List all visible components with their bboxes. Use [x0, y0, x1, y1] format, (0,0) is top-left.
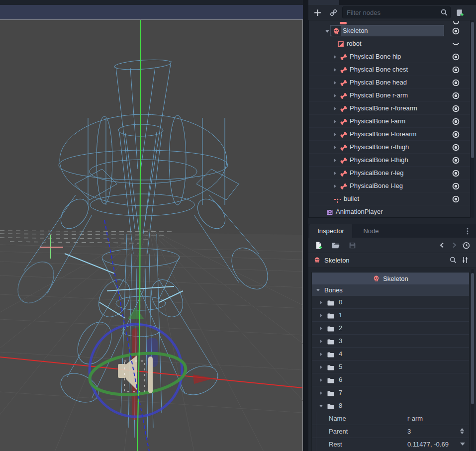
bone-row-7[interactable]: 7: [312, 386, 469, 399]
bone-row-2[interactable]: 2: [312, 322, 469, 335]
visibility-toggle[interactable]: [452, 104, 460, 113]
bone-index: 0: [339, 298, 342, 306]
visibility-toggle[interactable]: [452, 117, 460, 126]
tree-row-bone-l-thigh[interactable]: PhysicalBone l-thigh: [309, 154, 470, 167]
page-add-icon: [316, 242, 322, 249]
tree-row-bullet[interactable]: bullet: [309, 192, 470, 205]
tree-row-bone-r-leg[interactable]: PhysicalBone r-leg: [309, 167, 470, 180]
save-resource-button[interactable]: [346, 239, 358, 251]
object-history-button[interactable]: [460, 239, 472, 251]
dock-menu-button[interactable]: [464, 227, 472, 235]
tree-row-bone-r-forearm[interactable]: PhysicalBone r-forearm: [309, 102, 470, 115]
skull-icon: [373, 275, 380, 282]
property-value-name[interactable]: r-arm: [407, 415, 423, 422]
expand-arrow-icon: [318, 311, 324, 319]
collapse-arrow-icon: [315, 287, 321, 293]
bone-row-0[interactable]: 0: [312, 296, 469, 309]
viewport-3d[interactable]: [0, 19, 303, 451]
link-icon: [330, 9, 337, 16]
tab-inspector[interactable]: Inspector: [309, 224, 352, 238]
inspector-scrollbar[interactable]: [471, 269, 474, 451]
visibility-toggle[interactable]: [452, 156, 460, 165]
tab-node[interactable]: Node: [356, 224, 386, 238]
property-search-button[interactable]: [447, 254, 459, 266]
visibility-toggle[interactable]: [452, 66, 460, 74]
expand-value-chevron[interactable]: [460, 443, 465, 446]
viewport-toolbar: [0, 5, 303, 19]
filter-nodes-box: [342, 6, 451, 18]
bone-icon: [340, 143, 348, 152]
attach-script-button[interactable]: [454, 6, 466, 18]
bone-row-8[interactable]: 8: [312, 399, 469, 412]
eye-open-icon: [453, 93, 459, 99]
eye-open-icon: [453, 183, 459, 189]
add-node-button[interactable]: [311, 6, 323, 18]
bone-icon: [340, 156, 348, 165]
new-resource-button[interactable]: [312, 239, 324, 251]
instance-scene-button[interactable]: [327, 6, 339, 18]
history-back-button[interactable]: [436, 239, 448, 251]
expand-arrow-icon[interactable]: [332, 104, 338, 112]
expand-arrow-icon[interactable]: [332, 117, 338, 125]
visibility-toggle[interactable]: [452, 143, 460, 152]
expand-arrow-icon[interactable]: [332, 169, 338, 177]
property-value-parent[interactable]: 3: [407, 428, 411, 435]
expand-arrow-icon[interactable]: [332, 143, 338, 151]
visibility-toggle[interactable]: [452, 27, 460, 35]
expand-arrow-icon[interactable]: [332, 53, 338, 60]
node-label: PhysicalBone r-leg: [350, 169, 403, 177]
category-bones[interactable]: Bones: [312, 284, 469, 296]
load-resource-button[interactable]: [329, 239, 341, 251]
visibility-toggle[interactable]: [452, 195, 460, 203]
tree-row-bone-r-thigh[interactable]: PhysicalBone r-thigh: [309, 141, 470, 154]
bone-row-1[interactable]: 1: [312, 309, 469, 322]
bone-row-4[interactable]: 4: [312, 348, 469, 361]
node-label: bullet: [344, 195, 359, 202]
visibility-toggle[interactable]: [452, 79, 460, 87]
scene-tree-scrollbar[interactable]: [471, 20, 474, 218]
tab-label: Node: [363, 227, 379, 235]
inspector-toolbar: [308, 238, 476, 253]
filter-nodes-input[interactable]: [342, 6, 451, 18]
visibility-toggle[interactable]: [452, 53, 460, 61]
history-forward-button[interactable]: [448, 239, 460, 251]
bone-row-5[interactable]: 5: [312, 361, 469, 373]
tree-row-bone-hip[interactable]: Physical Bone hip: [309, 50, 470, 63]
tree-row-bone-chest[interactable]: Physical Bone chest: [309, 63, 470, 76]
tree-row-bone-r-arm[interactable]: Physical Bone r-arm: [309, 89, 470, 102]
expand-arrow-icon[interactable]: [332, 79, 338, 86]
inspector-scroll-area[interactable]: Skeleton Bones 0 1: [308, 268, 476, 451]
expand-arrow-icon[interactable]: [332, 156, 338, 164]
visibility-toggle[interactable]: [452, 130, 460, 139]
node-label: PhysicalBone l-leg: [350, 182, 403, 189]
tree-row-robot[interactable]: robot: [309, 37, 470, 50]
expand-arrow-icon[interactable]: [332, 66, 338, 73]
eye-open-icon: [453, 132, 459, 138]
tree-row-bone-head[interactable]: Physical Bone head: [309, 76, 470, 89]
expand-arrow-icon[interactable]: [332, 182, 338, 189]
spinner-control[interactable]: [460, 428, 464, 434]
script-add-icon: [457, 9, 463, 16]
collapse-arrow-icon[interactable]: [324, 27, 331, 35]
tree-row-animationplayer[interactable]: AnimationPlayer: [309, 205, 470, 218]
scene-dock-tab[interactable]: [308, 0, 339, 5]
bone-row-6[interactable]: 6: [312, 373, 469, 386]
eye-open-icon: [453, 80, 459, 86]
header-label: Skeleton: [383, 275, 408, 282]
expand-arrow-icon[interactable]: [332, 130, 338, 138]
tree-row-bone-l-arm[interactable]: PhysicalBone l-arm: [309, 115, 470, 128]
tree-row-skeleton[interactable]: Skeleton: [309, 24, 470, 37]
bone-row-3[interactable]: 3: [312, 335, 469, 348]
visibility-toggle[interactable]: [452, 40, 460, 48]
eye-open-icon: [453, 158, 459, 164]
visibility-toggle[interactable]: [452, 182, 460, 190]
plus-icon: [314, 9, 321, 16]
property-value-rest[interactable]: 0.11477, -0.69: [407, 441, 449, 448]
visibility-toggle[interactable]: [452, 91, 460, 100]
visibility-toggle[interactable]: [452, 169, 460, 178]
expand-arrow-icon[interactable]: [332, 91, 338, 99]
node-label: Physical Bone hip: [350, 53, 401, 60]
tree-row-bone-l-leg[interactable]: PhysicalBone l-leg: [309, 180, 470, 192]
tree-row-bone-l-forearm[interactable]: PhysicalBone l-forearm: [309, 128, 470, 141]
manage-object-properties-button[interactable]: [459, 254, 471, 266]
